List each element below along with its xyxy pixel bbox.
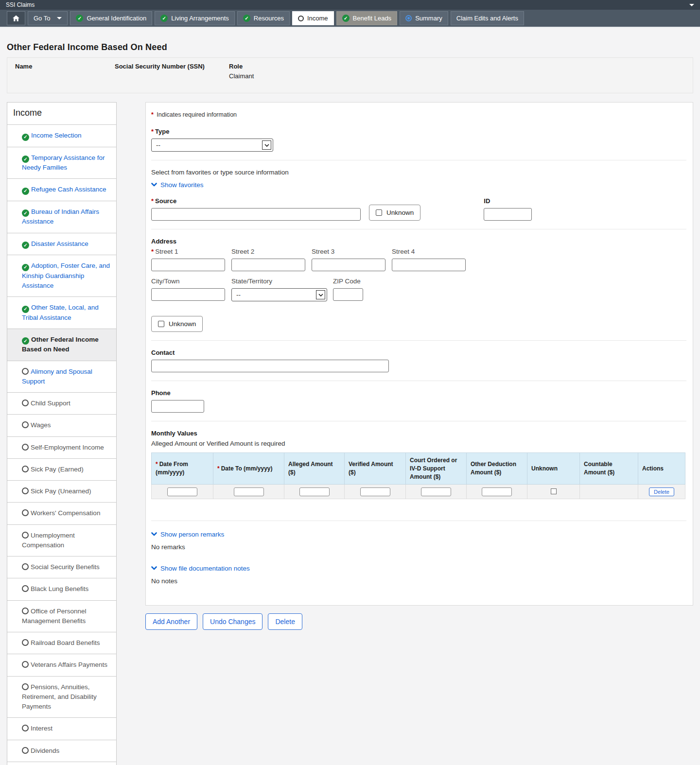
nav-tab[interactable]: Living Arrangements bbox=[155, 11, 235, 25]
sidebar-item[interactable]: Self-Employment Income bbox=[7, 436, 116, 458]
sidebar-item-label: Workers' Compensation bbox=[31, 509, 100, 517]
source-unknown-checkbox-group[interactable]: Unknown bbox=[369, 205, 420, 221]
sidebar-item[interactable]: Black Lung Benefits bbox=[7, 578, 116, 600]
sidebar-item[interactable]: Income Selection bbox=[7, 124, 116, 147]
date-to-input[interactable] bbox=[234, 487, 264, 496]
sidebar-item[interactable]: Veterans Affairs Payments bbox=[7, 654, 116, 676]
sidebar-item[interactable]: Royalties and Honoraria (Unearned) bbox=[7, 762, 116, 765]
show-favorites-toggle[interactable]: Show favorites bbox=[151, 181, 204, 189]
nav-tab-label: Benefit Leads bbox=[353, 15, 392, 22]
id-input[interactable] bbox=[484, 208, 532, 221]
circle-icon bbox=[22, 585, 29, 592]
check-icon bbox=[22, 209, 29, 217]
go-to-dropdown[interactable]: Go To bbox=[28, 11, 68, 25]
street2-input[interactable] bbox=[231, 259, 305, 271]
sidebar-item[interactable]: Child Support bbox=[7, 392, 116, 414]
circle-icon bbox=[22, 661, 29, 668]
contact-input[interactable] bbox=[151, 360, 389, 372]
income-sidebar: Income Income Selection Temporary Assist… bbox=[7, 102, 117, 765]
nav-tab[interactable]: Income bbox=[292, 11, 334, 25]
nav-tab[interactable]: Resources bbox=[237, 11, 290, 25]
state-select[interactable]: -- bbox=[231, 288, 327, 301]
nav-tab[interactable]: Summary bbox=[400, 11, 448, 25]
sidebar-item[interactable]: Refugee Cash Assistance bbox=[7, 178, 116, 201]
sidebar-item-label: Veterans Affairs Payments bbox=[31, 661, 107, 668]
circle-icon bbox=[22, 400, 29, 406]
sidebar-item[interactable]: Workers' Compensation bbox=[7, 502, 116, 524]
sidebar-item[interactable]: Other State, Local, and Tribal Assistanc… bbox=[7, 296, 116, 329]
address-unknown-checkbox-group[interactable]: Unknown bbox=[151, 316, 203, 332]
sidebar-item-label: Sick Pay (Unearned) bbox=[31, 487, 91, 495]
circle-icon bbox=[22, 487, 29, 494]
zip-label: ZIP Code bbox=[333, 278, 363, 285]
date-from-input[interactable] bbox=[167, 487, 197, 496]
nav-tabs: General Identification Living Arrangemen… bbox=[70, 11, 524, 25]
type-select[interactable]: -- bbox=[151, 139, 273, 152]
sidebar-item[interactable]: Office of Personnel Management Benefits bbox=[7, 600, 116, 632]
show-file-documentation-notes-toggle[interactable]: Show file documentation notes bbox=[151, 565, 250, 572]
sidebar-item[interactable]: Wages bbox=[7, 414, 116, 436]
required-note: * Indicates required information bbox=[151, 111, 686, 118]
sidebar-item[interactable]: Other Federal Income Based on Need bbox=[7, 329, 116, 361]
sidebar-item[interactable]: Temporary Assistance for Needy Families bbox=[7, 147, 116, 179]
city-input[interactable] bbox=[151, 288, 225, 301]
zip-input[interactable] bbox=[333, 288, 363, 301]
delete-button[interactable]: Delete bbox=[268, 613, 302, 630]
role-value: Claimant bbox=[229, 72, 254, 80]
show-person-remarks-toggle[interactable]: Show person remarks bbox=[151, 531, 224, 538]
sidebar-item-label: Other Federal Income Based on Need bbox=[22, 336, 99, 353]
sidebar-item-label: Railroad Board Benefits bbox=[31, 639, 100, 646]
other-deduction-amount-input[interactable] bbox=[482, 487, 512, 496]
circle-icon bbox=[22, 466, 29, 472]
sidebar-item[interactable]: Railroad Board Benefits bbox=[7, 632, 116, 654]
verified-amount-input[interactable] bbox=[360, 487, 390, 496]
nav-tab-label: Income bbox=[307, 15, 328, 22]
street1-input[interactable] bbox=[151, 259, 225, 271]
monthly-column-header: *Countable Amount ($) bbox=[580, 453, 638, 485]
sidebar-items: Income Selection Temporary Assistance fo… bbox=[7, 124, 116, 765]
sidebar-item[interactable]: Social Security Benefits bbox=[7, 556, 116, 578]
chevron-down-icon[interactable] bbox=[689, 4, 694, 6]
street3-input[interactable] bbox=[312, 259, 385, 271]
nav-tab[interactable]: General Identification bbox=[70, 11, 152, 25]
sidebar-item[interactable]: Unemployment Compensation bbox=[7, 524, 116, 556]
undo-changes-button[interactable]: Undo Changes bbox=[203, 613, 262, 630]
address-unknown-label: Unknown bbox=[169, 320, 196, 328]
circle-icon bbox=[22, 444, 29, 451]
circle-icon bbox=[22, 683, 29, 690]
sidebar-item[interactable]: Adoption, Foster Care, and Kinship Guard… bbox=[7, 255, 116, 296]
source-label: *Source bbox=[151, 197, 361, 205]
sidebar-item-label: Unemployment Compensation bbox=[22, 532, 75, 549]
street4-input[interactable] bbox=[392, 259, 466, 271]
monthly-column-header: *Other Deduction Amount ($) bbox=[467, 453, 527, 485]
titlebar: SSI Claims bbox=[0, 0, 700, 10]
sidebar-item[interactable]: Sick Pay (Earned) bbox=[7, 458, 116, 480]
phone-input[interactable] bbox=[151, 400, 204, 413]
chevron-down-icon bbox=[316, 290, 325, 299]
sidebar-item[interactable]: Bureau of Indian Affairs Assistance bbox=[7, 201, 116, 233]
sidebar-item[interactable]: Sick Pay (Unearned) bbox=[7, 480, 116, 502]
nav-tab[interactable]: Benefit Leads bbox=[336, 11, 398, 25]
sidebar-item[interactable]: Interest bbox=[7, 717, 116, 739]
sidebar-item[interactable]: Dividends bbox=[7, 740, 116, 762]
sidebar-item[interactable]: Pensions, Annuities, Retirement, and Dis… bbox=[7, 676, 116, 718]
check-icon bbox=[22, 264, 29, 271]
sidebar-item[interactable]: Alimony and Spousal Support bbox=[7, 361, 116, 393]
sidebar-item[interactable]: Disaster Assistance bbox=[7, 233, 116, 255]
home-button[interactable] bbox=[7, 11, 25, 25]
source-input[interactable] bbox=[151, 208, 361, 221]
monthly-column-header: *Alleged Amount ($) bbox=[284, 453, 345, 485]
add-another-button[interactable]: Add Another bbox=[145, 613, 197, 630]
sidebar-item-label: Other State, Local, and Tribal Assistanc… bbox=[22, 304, 99, 321]
court-ordered-amount-input[interactable] bbox=[421, 487, 451, 496]
row-delete-button[interactable]: Delete bbox=[649, 487, 674, 496]
nav-tab[interactable]: Claim Edits and Alerts bbox=[451, 11, 524, 25]
sidebar-item-label: Refugee Cash Assistance bbox=[31, 186, 106, 193]
street4-label: Street 4 bbox=[392, 248, 466, 255]
monthly-column-header: *Date To (mm/yyyy) bbox=[213, 453, 284, 485]
nav-tab-label: Resources bbox=[254, 15, 284, 22]
circle-icon bbox=[22, 563, 29, 570]
unknown-checkbox[interactable] bbox=[551, 488, 557, 494]
alleged-amount-input[interactable] bbox=[299, 487, 330, 496]
sidebar-item-label: Social Security Benefits bbox=[31, 563, 100, 571]
